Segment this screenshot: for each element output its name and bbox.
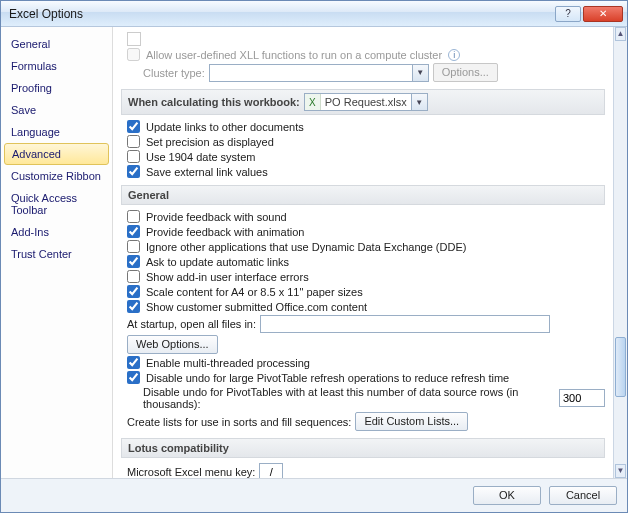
settings-panel: Allow user-defined XLL functions to run …: [113, 27, 627, 478]
startup-files-label: At startup, open all files in:: [127, 318, 256, 330]
window-title: Excel Options: [5, 7, 555, 21]
sidebar-item-general[interactable]: General: [1, 33, 112, 55]
sidebar-item-add-ins[interactable]: Add-Ins: [1, 221, 112, 243]
dialog-footer: OK Cancel: [1, 478, 627, 512]
update-links-checkbox[interactable]: [127, 120, 140, 133]
edit-custom-lists-button[interactable]: Edit Custom Lists...: [355, 412, 468, 431]
use-1904-checkbox[interactable]: [127, 150, 140, 163]
disable-undo-pivot-checkbox[interactable]: [127, 371, 140, 384]
xll-icon-row: [121, 31, 605, 47]
help-button[interactable]: ?: [555, 6, 581, 22]
feedback-sound-checkbox[interactable]: [127, 210, 140, 223]
disable-undo-rows-label: Disable undo for PivotTables with at lea…: [143, 386, 555, 410]
sidebar-item-language[interactable]: Language: [1, 121, 112, 143]
cluster-options-button: Options...: [433, 63, 498, 82]
lotus-compat-section: Lotus compatibility: [121, 438, 605, 458]
cluster-type-label: Cluster type:: [143, 67, 205, 79]
calc-heading: When calculating this workbook:: [128, 96, 300, 108]
startup-files-input[interactable]: [260, 315, 550, 333]
sidebar-item-proofing[interactable]: Proofing: [1, 77, 112, 99]
cluster-icon: [127, 32, 141, 46]
web-options-button[interactable]: Web Options...: [127, 335, 218, 354]
set-precision-checkbox[interactable]: [127, 135, 140, 148]
close-button[interactable]: ✕: [583, 6, 623, 22]
menu-key-input[interactable]: [259, 463, 283, 478]
allow-xll-label: Allow user-defined XLL functions to run …: [146, 49, 442, 61]
chevron-down-icon[interactable]: ▼: [411, 94, 427, 110]
cancel-button[interactable]: Cancel: [549, 486, 617, 505]
sidebar-item-customize-ribbon[interactable]: Customize Ribbon: [1, 165, 112, 187]
workbook-name: PO Request.xlsx: [321, 96, 411, 108]
feedback-anim-checkbox[interactable]: [127, 225, 140, 238]
vertical-scrollbar[interactable]: ▲ ▼: [613, 27, 627, 478]
addin-errors-checkbox[interactable]: [127, 270, 140, 283]
disable-undo-rows-input[interactable]: [559, 389, 605, 407]
allow-xll-checkbox: [127, 48, 140, 61]
sidebar-item-quick-access-toolbar[interactable]: Quick Access Toolbar: [1, 187, 112, 221]
sidebar-item-save[interactable]: Save: [1, 99, 112, 121]
general-section: General: [121, 185, 605, 205]
ask-update-checkbox[interactable]: [127, 255, 140, 268]
scale-a4-checkbox[interactable]: [127, 285, 140, 298]
titlebar: Excel Options ? ✕: [1, 1, 627, 27]
sidebar-item-trust-center[interactable]: Trust Center: [1, 243, 112, 265]
ignore-dde-checkbox[interactable]: [127, 240, 140, 253]
cluster-type-combo: ▼: [209, 64, 429, 82]
save-external-checkbox[interactable]: [127, 165, 140, 178]
workbook-combo[interactable]: X PO Request.xlsx ▼: [304, 93, 428, 111]
category-sidebar: General Formulas Proofing Save Language …: [1, 27, 113, 478]
ok-button[interactable]: OK: [473, 486, 541, 505]
info-icon[interactable]: i: [448, 49, 460, 61]
scroll-thumb[interactable]: [615, 337, 626, 397]
multi-thread-checkbox[interactable]: [127, 356, 140, 369]
menu-key-label: Microsoft Excel menu key:: [127, 466, 255, 478]
create-lists-label: Create lists for use in sorts and fill s…: [127, 416, 351, 428]
sidebar-item-formulas[interactable]: Formulas: [1, 55, 112, 77]
excel-file-icon: X: [305, 94, 321, 110]
sidebar-item-advanced[interactable]: Advanced: [4, 143, 109, 165]
scroll-down-arrow[interactable]: ▼: [615, 464, 626, 478]
excel-options-window: Excel Options ? ✕ General Formulas Proof…: [0, 0, 628, 513]
office-com-checkbox[interactable]: [127, 300, 140, 313]
scroll-up-arrow[interactable]: ▲: [615, 27, 626, 41]
calc-workbook-section: When calculating this workbook: X PO Req…: [121, 89, 605, 115]
